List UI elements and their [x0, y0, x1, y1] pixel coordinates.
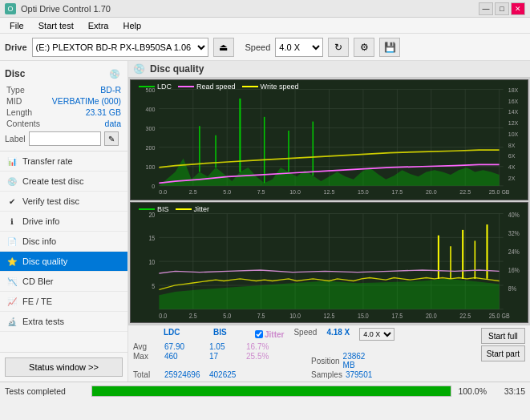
disc-quality-icon: ⭐ — [6, 256, 18, 267]
total-jitter-placeholder — [246, 370, 310, 379]
content-title: Disc quality — [150, 63, 204, 75]
mid-label: MID — [6, 96, 22, 106]
svg-text:16X: 16X — [508, 97, 519, 105]
legend-write-speed-label: Write speed — [261, 83, 299, 91]
legend-write-speed-color — [242, 86, 258, 87]
svg-text:4X: 4X — [508, 164, 516, 172]
nav-extra-tests-label: Extra tests — [22, 317, 64, 326]
jitter-checkbox[interactable] — [255, 330, 263, 338]
samples-value: 379501 — [346, 370, 372, 379]
legend-ldc-label: LDC — [157, 83, 172, 91]
chart1-legend: LDC Read speed Write speed — [139, 83, 298, 91]
close-button[interactable]: ✕ — [511, 2, 525, 15]
svg-text:10.0: 10.0 — [289, 188, 301, 196]
nav-create-test-disc[interactable]: 💿 Create test disc — [0, 172, 127, 192]
position-label: Position — [311, 357, 340, 365]
svg-text:16%: 16% — [508, 265, 520, 274]
nav-disc-info[interactable]: 📄 Disc info — [0, 232, 127, 252]
svg-text:17.5: 17.5 — [391, 188, 403, 196]
menu-extra[interactable]: Extra — [82, 19, 115, 32]
svg-text:12.5: 12.5 — [324, 188, 335, 196]
nav-transfer-rate-label: Transfer rate — [22, 156, 73, 166]
legend-ldc-color — [139, 86, 155, 87]
maximize-button[interactable]: □ — [495, 2, 509, 15]
svg-text:5: 5 — [152, 281, 155, 290]
menu-file[interactable]: File — [3, 19, 30, 32]
disc-section-title: Disc — [5, 68, 25, 79]
disc-section: Disc 💿 Type BD-R MID VERBATIMe (000) Len… — [0, 61, 127, 151]
start-part-button[interactable]: Start part — [481, 345, 525, 361]
max-jitter-value: 25.5% — [246, 352, 310, 370]
content-header-icon: 💿 — [133, 63, 145, 75]
svg-text:6X: 6X — [508, 152, 516, 160]
app-icon: O — [5, 3, 16, 14]
samples-row: Samples 379501 — [311, 370, 375, 379]
svg-text:7.5: 7.5 — [257, 188, 265, 196]
stats-grid: Avg 67.90 1.05 16.7% Max 460 17 25.5% Po… — [133, 342, 478, 379]
transfer-rate-icon: 📊 — [6, 155, 18, 167]
nav-verify-test-disc-label: Verify test disc — [22, 196, 79, 206]
contents-row: Contents data — [5, 119, 123, 128]
refresh-button[interactable]: ↻ — [328, 38, 349, 57]
speed-select[interactable]: 4.0 X 1.0 X 2.0 X 8.0 X — [275, 38, 323, 57]
nav-drive-info[interactable]: ℹ Drive info — [0, 212, 127, 232]
chart1-container: LDC Read speed Write speed — [130, 79, 528, 200]
svg-text:18X: 18X — [508, 86, 519, 94]
menu-help[interactable]: Help — [116, 19, 148, 32]
nav-verify-test-disc[interactable]: ✔ Verify test disc — [0, 192, 127, 212]
max-ldc-value: 460 — [164, 352, 208, 370]
label-input[interactable] — [29, 131, 101, 146]
mid-value: VERBATIMe (000) — [52, 96, 121, 106]
length-row: Length 23.31 GB — [5, 107, 123, 117]
label-edit-button[interactable]: ✎ — [104, 131, 119, 146]
avg-ldc-value: 67.90 — [164, 342, 208, 351]
drive-select[interactable]: (E:) PLEXTOR BD-R PX-LB950SA 1.06 — [32, 38, 208, 57]
nav-fe-te[interactable]: 📈 FE / TE — [0, 292, 127, 312]
save-button[interactable]: 💾 — [379, 38, 400, 57]
svg-text:14X: 14X — [508, 108, 519, 116]
speed-x-select[interactable]: 4.0 X — [359, 328, 394, 341]
eject-button[interactable]: ⏏ — [213, 38, 234, 57]
svg-text:8X: 8X — [508, 141, 516, 149]
sidebar: Disc 💿 Type BD-R MID VERBATIMe (000) Len… — [0, 61, 128, 382]
svg-text:5.0: 5.0 — [223, 311, 231, 320]
avg-bis-value: 1.05 — [209, 342, 245, 351]
nav-drive-info-label: Drive info — [22, 216, 59, 226]
legend-read-speed-label: Read speed — [196, 83, 236, 91]
nav-cd-bler-label: CD Bler — [22, 277, 54, 286]
nav-fe-te-label: FE / TE — [22, 297, 52, 306]
window-controls[interactable]: — □ ✕ — [479, 2, 525, 15]
type-label: Type — [6, 85, 25, 95]
start-full-button[interactable]: Start full — [481, 328, 525, 344]
titlebar-left: O Opti Drive Control 1.70 — [5, 3, 111, 14]
nav-disc-quality[interactable]: ⭐ Disc quality — [0, 252, 127, 272]
legend-write-speed: Write speed — [242, 83, 299, 91]
avg-speed-value: 4.18 X — [326, 328, 350, 341]
svg-text:15.0: 15.0 — [358, 188, 369, 196]
max-label: Max — [133, 352, 164, 370]
status-window-button[interactable]: Status window >> — [5, 357, 123, 377]
label-row: Label ✎ — [5, 131, 123, 146]
nav-cd-bler[interactable]: 📉 CD Bler — [0, 272, 127, 292]
status-text: Tests completed — [5, 386, 85, 396]
start-buttons: Start full Start part — [481, 328, 525, 361]
svg-text:200: 200 — [146, 144, 156, 152]
nav-transfer-rate[interactable]: 📊 Transfer rate — [0, 151, 127, 172]
svg-text:300: 300 — [146, 125, 156, 133]
svg-text:12X: 12X — [508, 119, 519, 127]
content-area: 💿 Disc quality LDC Read speed — [128, 61, 530, 382]
position-row: Position 23862 MB — [311, 352, 375, 370]
mid-row: MID VERBATIMe (000) — [5, 96, 123, 106]
settings-button[interactable]: ⚙ — [354, 38, 374, 57]
svg-text:10X: 10X — [508, 130, 519, 138]
extra-tests-icon: 🔬 — [6, 316, 18, 327]
legend-jitter-color — [176, 208, 192, 210]
menu-start-test[interactable]: Start test — [32, 19, 80, 32]
minimize-button[interactable]: — — [479, 2, 493, 15]
max-bis-value: 17 — [209, 352, 245, 370]
svg-text:22.5: 22.5 — [459, 188, 471, 196]
chart2-container: BIS Jitter — [130, 202, 528, 323]
nav-extra-tests[interactable]: 🔬 Extra tests — [0, 312, 127, 332]
nav-items: 📊 Transfer rate 💿 Create test disc ✔ Ver… — [0, 151, 127, 352]
type-value: BD-R — [100, 85, 121, 95]
